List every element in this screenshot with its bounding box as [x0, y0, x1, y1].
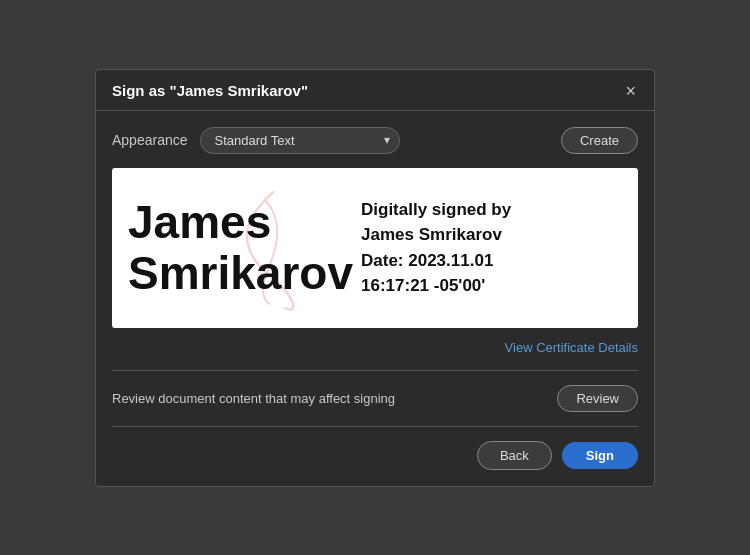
- signature-preview: James Smrikarov Digitally signed by Jame…: [112, 168, 638, 328]
- sign-dialog: Sign as "James Smrikarov" × Appearance S…: [95, 69, 655, 487]
- certificate-link-area: View Certificate Details: [112, 338, 638, 356]
- review-button[interactable]: Review: [557, 385, 638, 412]
- close-button[interactable]: ×: [623, 82, 638, 100]
- certificate-details-link[interactable]: View Certificate Details: [505, 340, 638, 355]
- appearance-select-wrapper[interactable]: Standard TextCustom Signature: [200, 127, 400, 154]
- dialog-body: Appearance Standard TextCustom Signature…: [96, 111, 654, 486]
- appearance-select[interactable]: Standard TextCustom Signature: [200, 127, 400, 154]
- sig-detail-4: 16:17:21 -05'00': [361, 273, 511, 299]
- appearance-label: Appearance: [112, 132, 188, 148]
- dialog-titlebar: Sign as "James Smrikarov" ×: [96, 70, 654, 111]
- sig-detail-3: Date: 2023.11.01: [361, 248, 511, 274]
- signature-name-text: James Smrikarov: [128, 197, 353, 298]
- appearance-row: Appearance Standard TextCustom Signature…: [112, 127, 638, 154]
- signature-name-area: James Smrikarov: [128, 184, 353, 312]
- signature-name-line2: Smrikarov: [128, 248, 353, 299]
- appearance-left: Appearance Standard TextCustom Signature: [112, 127, 561, 154]
- signature-name-line1: James: [128, 197, 353, 248]
- sig-detail-2: James Smrikarov: [361, 222, 511, 248]
- create-button[interactable]: Create: [561, 127, 638, 154]
- sign-button[interactable]: Sign: [562, 442, 638, 469]
- signature-details-text: Digitally signed by James Smrikarov Date…: [361, 197, 511, 299]
- signature-details-area: Digitally signed by James Smrikarov Date…: [353, 184, 622, 312]
- review-text: Review document content that may affect …: [112, 391, 395, 406]
- dialog-title: Sign as "James Smrikarov": [112, 82, 308, 99]
- divider-1: [112, 370, 638, 371]
- back-button[interactable]: Back: [477, 441, 552, 470]
- divider-2: [112, 426, 638, 427]
- review-row: Review document content that may affect …: [112, 385, 638, 412]
- action-row: Back Sign: [112, 441, 638, 470]
- sig-detail-1: Digitally signed by: [361, 197, 511, 223]
